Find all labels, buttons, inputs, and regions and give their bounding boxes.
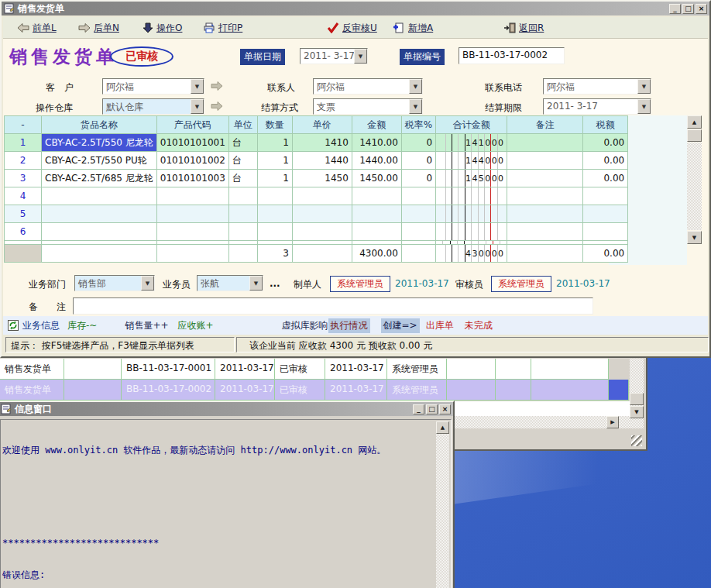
phone-combo[interactable]: 阿尔福 ▼ xyxy=(543,78,651,95)
refresh-icon[interactable] xyxy=(8,320,19,331)
scrollbar-track[interactable] xyxy=(687,143,702,230)
close-button[interactable]: × xyxy=(696,4,707,14)
cell-total-digits[interactable] xyxy=(436,205,507,223)
scrollbar-thumb[interactable] xyxy=(630,393,644,405)
cell-rowno[interactable]: 5 xyxy=(5,205,42,223)
table-row[interactable]: 6 xyxy=(5,223,628,241)
outbound-doc-link[interactable]: 出库单 xyxy=(426,319,454,332)
chevron-down-icon[interactable]: ▼ xyxy=(141,276,154,291)
cell-rowno[interactable]: 2 xyxy=(5,152,42,170)
list-row-selected[interactable]: 销售发货单 BB-11-03-17-0002 2011-03-17 已审核 20… xyxy=(0,380,629,401)
remark-input[interactable] xyxy=(73,297,593,315)
list-cell-status[interactable]: 已审核 xyxy=(275,359,325,379)
cell-rowno[interactable]: 6 xyxy=(5,223,42,241)
doc-date-combo[interactable]: 2011- 3-17 ▼ xyxy=(300,48,368,64)
settle-term-combo[interactable]: 2011- 3-17 ▼ xyxy=(543,98,651,115)
customer-combo[interactable]: 阿尔福 ▼ xyxy=(102,78,204,95)
cell-code[interactable] xyxy=(156,223,228,241)
cell-remark[interactable] xyxy=(507,170,583,187)
operations-button[interactable]: 操作O xyxy=(143,20,182,36)
info-window-titlebar[interactable]: 信息窗口 _ □ × xyxy=(0,402,453,416)
hand-pointer-icon[interactable] xyxy=(211,81,223,91)
list-cell-empty[interactable] xyxy=(531,359,609,379)
scrollbar-thumb[interactable] xyxy=(687,129,702,142)
cell-total-digits[interactable] xyxy=(436,223,507,241)
list-cell-docno[interactable]: BB-11-03-17-0002 xyxy=(122,380,215,400)
chevron-down-icon[interactable]: ▼ xyxy=(191,79,204,94)
next-doc-button[interactable]: 后单N xyxy=(78,20,119,36)
cell-code[interactable] xyxy=(156,187,228,205)
cell-name[interactable]: CBY-AC-2.5T/685 尼龙轮 xyxy=(42,170,157,187)
cell-rowno[interactable]: 1 xyxy=(5,134,42,152)
info-vertical-scrollbar[interactable]: ▲ xyxy=(436,421,449,588)
cell-code[interactable]: 01010101002 xyxy=(156,152,228,170)
cell-total-digits[interactable]: 141000 xyxy=(436,134,507,152)
table-row[interactable]: 3 CBY-AC-2.5T/685 尼龙轮 01010101003 台 1 14… xyxy=(5,170,628,187)
scroll-right-button[interactable]: ▶ xyxy=(606,416,619,428)
cell-amount[interactable] xyxy=(352,223,401,241)
cell-amount[interactable] xyxy=(352,187,401,205)
cell-tax[interactable]: 0.00 xyxy=(583,152,628,170)
unaudit-button[interactable]: 反审核U xyxy=(327,20,377,36)
cell-remark[interactable] xyxy=(507,223,583,241)
list-row[interactable]: 销售发货单 BB-11-03-17-0001 2011-03-17 已审核 20… xyxy=(0,359,609,380)
cell-qty[interactable]: 1 xyxy=(257,152,292,170)
more-button[interactable]: ... xyxy=(270,278,280,289)
cell-rowno[interactable]: 3 xyxy=(5,170,42,187)
cell-amount[interactable]: 1440.00 xyxy=(352,152,401,170)
cell-price[interactable] xyxy=(292,223,352,241)
cell-unit[interactable]: 台 xyxy=(228,134,257,152)
cell-taxrate[interactable] xyxy=(401,205,435,223)
chevron-down-icon[interactable]: ▼ xyxy=(249,276,263,291)
main-titlebar[interactable]: 销售发货单 _ □ × xyxy=(2,2,709,15)
chevron-down-icon[interactable]: ▼ xyxy=(637,99,651,114)
list-cell-empty[interactable] xyxy=(447,359,496,379)
cell-total-digits[interactable] xyxy=(436,187,507,205)
hand-pointer-icon[interactable] xyxy=(211,101,223,112)
chevron-down-icon[interactable]: ▼ xyxy=(637,79,651,94)
table-row[interactable]: 1 CBY-AC-2.5T/550 尼龙轮 01010101001 台 1 14… xyxy=(5,134,628,152)
cell-tax[interactable]: 0.00 xyxy=(583,170,628,187)
cell-taxrate[interactable]: 0 xyxy=(401,152,435,170)
table-row[interactable]: 2 CBY-AC-2.5T/550 PU轮 01010101002 台 1 14… xyxy=(5,152,628,170)
list-cell-date[interactable]: 2011-03-17 xyxy=(215,380,275,400)
cell-tax[interactable]: 0.00 xyxy=(583,134,628,152)
maximize-button[interactable]: □ xyxy=(426,404,438,414)
cell-tax[interactable] xyxy=(583,205,628,223)
cell-amount[interactable]: 1450.00 xyxy=(352,170,401,187)
cell-code[interactable] xyxy=(156,205,228,223)
chevron-down-icon[interactable]: ▼ xyxy=(191,99,204,114)
cell-remark[interactable] xyxy=(507,187,583,205)
table-row[interactable]: 5 xyxy=(5,205,628,223)
cell-tax[interactable] xyxy=(583,187,628,205)
cell-taxrate[interactable] xyxy=(401,223,435,241)
maximize-button[interactable]: □ xyxy=(682,4,694,14)
cell-name[interactable] xyxy=(42,187,157,205)
warehouse-combo[interactable]: 默认仓库 ▼ xyxy=(102,98,204,115)
list-cell-empty[interactable] xyxy=(496,359,531,379)
cell-price[interactable]: 1440 xyxy=(292,152,352,170)
cell-qty[interactable]: 1 xyxy=(257,170,292,187)
cell-qty[interactable] xyxy=(257,205,292,223)
list-cell-operator[interactable]: 系统管理员 xyxy=(387,380,447,400)
cell-qty[interactable]: 1 xyxy=(257,134,292,152)
dept-combo[interactable]: 销售部 ▼ xyxy=(74,275,155,291)
scroll-down-button[interactable]: ▼ xyxy=(630,406,644,418)
cell-total-digits[interactable]: 144000 xyxy=(436,152,507,170)
cell-name-selected[interactable]: CBY-AC-2.5T/550 尼龙轮 xyxy=(42,134,157,152)
cell-remark[interactable] xyxy=(507,205,583,223)
list-cell-empty[interactable] xyxy=(496,380,531,400)
cell-price[interactable]: 1450 xyxy=(292,170,352,187)
add-new-button[interactable]: 新增A xyxy=(393,20,433,36)
print-button[interactable]: 打印P xyxy=(203,20,242,36)
doc-no-input[interactable]: BB-11-03-17-0002 xyxy=(459,47,565,64)
chevron-down-icon[interactable]: ▼ xyxy=(409,79,422,94)
cell-qty[interactable] xyxy=(257,187,292,205)
list-cell-highlight[interactable] xyxy=(609,380,629,400)
cell-code[interactable]: 01010101003 xyxy=(156,170,228,187)
cell-code[interactable]: 01010101001 xyxy=(156,134,228,152)
cell-price[interactable] xyxy=(292,187,352,205)
chevron-down-icon[interactable]: ▼ xyxy=(354,49,367,64)
cell-remark[interactable] xyxy=(507,152,583,170)
exec-status-button[interactable]: 执行情况 xyxy=(328,318,370,333)
